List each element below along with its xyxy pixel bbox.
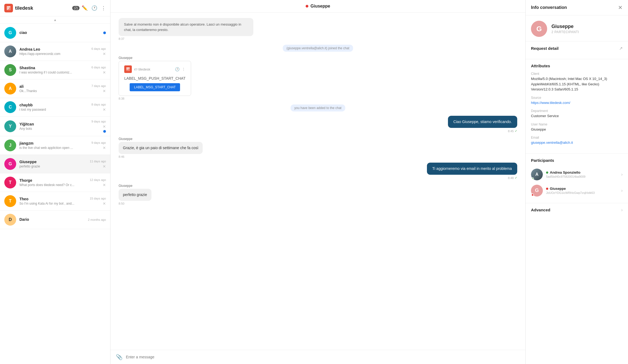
list-item[interactable]: G Giuseppe perfetto grazie 11 days ago ✕	[0, 155, 110, 173]
conv-name: Shastina	[19, 66, 88, 70]
conv-name: Thorge	[19, 178, 87, 183]
conv-preview: https://app.openrecordz.com	[19, 52, 88, 56]
conv-body: Yiğitcan Any bots	[19, 122, 88, 131]
chat-bubble-incoming: Grazie, è gia un paio di settimane che f…	[119, 142, 203, 154]
list-item[interactable]: T Thorge What ports does tiledesk need? …	[0, 173, 110, 192]
conv-meta: 8 days ago ✕	[91, 103, 106, 111]
conv-body: Dario	[19, 217, 85, 222]
attr-department: Department Customer Service	[531, 109, 623, 119]
conv-time: 12 days ago	[90, 178, 106, 181]
close-button[interactable]: ✕	[103, 146, 106, 150]
bot-start-button[interactable]: LABEL_MSG_START_CHAT	[130, 83, 180, 91]
list-item[interactable]: D Dario 2 months ago	[0, 211, 110, 229]
conv-time: 7 days ago	[91, 84, 106, 88]
chat-bubble-outgoing: Ciao Giuseppe, stiamo verificando.	[448, 116, 517, 128]
list-item[interactable]: G ciao	[0, 24, 110, 42]
conv-body: ali Ok...Thanks	[19, 84, 88, 93]
list-item[interactable]: A ali Ok...Thanks 7 days ago ✕	[0, 79, 110, 98]
join-message: (giuseppe.ventrella@alich.it) joined the…	[283, 45, 353, 52]
conv-time: 9 days ago	[91, 141, 106, 144]
avatar: G	[4, 158, 16, 170]
request-detail-section: Request detail ↗	[526, 41, 628, 59]
attr-value-link[interactable]: https://www.tiledesk.com/	[531, 101, 570, 105]
status-dot	[531, 194, 534, 196]
system-message: Salve al momento non è disponibile alcun…	[119, 18, 253, 36]
message-time: 8:50	[119, 202, 124, 205]
conv-time: 9 days ago	[91, 120, 106, 123]
participants-title: Participants	[531, 158, 623, 163]
scroll-up-icon[interactable]: ▲	[54, 18, 57, 22]
avatar: S	[4, 64, 16, 76]
advanced-section[interactable]: Advanced ›	[526, 203, 628, 217]
close-button[interactable]: ✕	[103, 52, 106, 56]
message-row: Ciao Giuseppe, stiamo verificando. 8:45 …	[119, 116, 517, 133]
history-icon[interactable]: 🕐	[91, 5, 97, 11]
svg-rect-6	[126, 69, 129, 69]
conv-preview: So I'm using Kata Ai for my bot , and...	[19, 202, 87, 205]
conv-preview: perfetto grazie	[19, 164, 87, 168]
more-icon[interactable]: ⋮	[101, 5, 106, 11]
close-button[interactable]: ✕	[103, 164, 106, 168]
conv-preview: i lost my passward	[19, 108, 88, 111]
participant-name: Andrea Sponziello	[546, 170, 618, 174]
sender-name: Giuseppe	[119, 184, 132, 188]
attach-icon[interactable]: 📎	[116, 354, 123, 360]
request-detail-title: Request detail	[531, 46, 559, 51]
attr-label: Source	[531, 96, 623, 100]
attr-label: Department	[531, 109, 623, 113]
status-dot	[306, 5, 308, 8]
conv-time: 2 months ago	[88, 218, 106, 221]
participant-item[interactable]: G Giuseppe JoUOzYDG1icWRHoGwp7zsjHxtk63 …	[531, 183, 623, 199]
info-user-details: Giuseppe 2 PARTECIPANTI	[551, 24, 579, 34]
close-button[interactable]: ✕	[103, 108, 106, 111]
svg-rect-3	[7, 9, 8, 10]
more-icon: ⋮	[182, 67, 185, 71]
close-icon[interactable]: ✕	[618, 4, 623, 11]
close-button[interactable]: ✕	[103, 89, 106, 93]
attr-value: Giuseppe	[531, 127, 623, 132]
message-input[interactable]	[126, 355, 520, 359]
conv-preview: Ok...Thanks	[19, 89, 88, 93]
avatar: G	[531, 185, 543, 197]
close-button[interactable]: ✕	[103, 183, 106, 187]
conv-preview: What ports does tiledesk need? Or c...	[19, 183, 87, 187]
close-button[interactable]: ✕	[103, 202, 106, 205]
sidebar-count: (2)	[72, 6, 80, 10]
conv-meta: 11 days ago ✕	[90, 160, 106, 168]
conv-name: jiangzm	[19, 141, 88, 145]
conv-name: Andrea Leo	[19, 47, 88, 51]
attr-email-link[interactable]: giuseppe.ventrella@alich.it	[531, 141, 573, 145]
participant-item[interactable]: A Andrea Sponziello 5ad5bd40c975820014ba…	[531, 166, 623, 183]
conv-body: chaybb i lost my passward	[19, 103, 88, 111]
message-row: Giuseppe Grazie, è gia un paio di settim…	[119, 137, 517, 158]
conv-time: 6 days ago	[91, 66, 106, 69]
close-button[interactable]: ✕	[103, 71, 106, 74]
avatar: A	[4, 46, 16, 57]
conv-name: ciao	[19, 30, 100, 35]
edit-icon[interactable]: ✏️	[82, 5, 88, 11]
message-row: Salve al momento non è disponibile alcun…	[119, 18, 517, 40]
info-participants-count: 2 PARTECIPANTI	[551, 30, 579, 34]
avatar: A	[4, 83, 16, 94]
conv-body: Andrea Leo https://app.openrecordz.com	[19, 47, 88, 56]
request-detail-header: Request detail ↗	[531, 46, 623, 51]
sender-name: Giuseppe	[119, 56, 132, 60]
message-row: Giuseppe perfetto grazie 8:50	[119, 184, 517, 205]
chat-bubble-incoming: perfetto grazie	[119, 189, 151, 201]
external-link-icon[interactable]: ↗	[619, 46, 623, 51]
conv-preview: I was wondering if I could customiz...	[19, 71, 88, 74]
list-item[interactable]: T Theo So I'm using Kata Ai for my bot ,…	[0, 192, 110, 211]
conv-meta: 7 days ago ✕	[91, 84, 106, 93]
chat-panel: Giuseppe Salve al momento non è disponib…	[111, 0, 526, 364]
list-item[interactable]: C chaybb i lost my passward 8 days ago ✕	[0, 98, 110, 117]
list-item[interactable]: S Shastina I was wondering if I could cu…	[0, 61, 110, 79]
list-item[interactable]: A Andrea Leo https://app.openrecordz.com…	[0, 42, 110, 61]
participant-id: 5ad5bd40c975820014ba9009	[546, 175, 618, 178]
conv-meta: 15 days ago ✕	[90, 197, 106, 205]
conv-preview: is the live chat web appliction open ...	[19, 146, 88, 150]
attr-value: Customer Service	[531, 113, 623, 119]
list-item[interactable]: Y Yiğitcan Any bots 9 days ago ✕	[0, 117, 110, 136]
close-button[interactable]: ✕	[103, 125, 106, 128]
list-item[interactable]: J jiangzm is the live chat web applictio…	[0, 136, 110, 155]
conv-body: Shastina I was wondering if I could cust…	[19, 66, 88, 74]
